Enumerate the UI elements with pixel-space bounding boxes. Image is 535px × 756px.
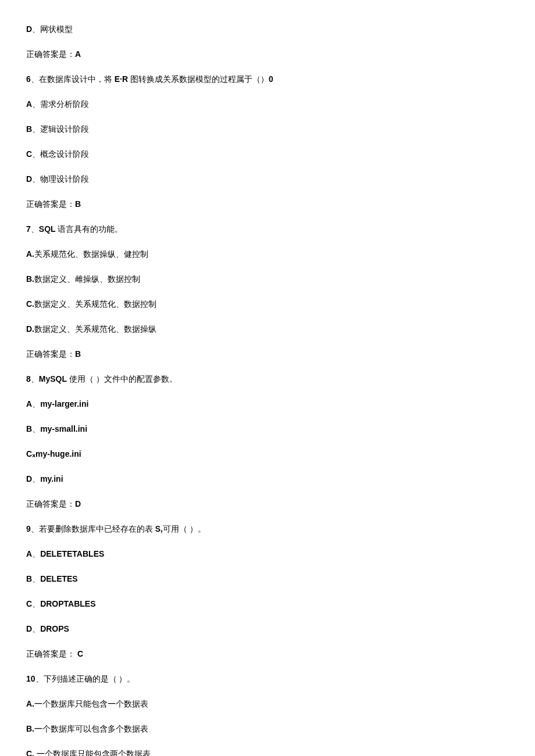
- text-segment: 、: [32, 599, 40, 608]
- text-segment: 6: [26, 74, 31, 84]
- text-segment: 0: [269, 74, 273, 84]
- text-segment: B.: [26, 724, 34, 733]
- text-segment: A: [26, 399, 32, 409]
- text-segment: C: [26, 599, 32, 608]
- text-segment: 、: [31, 224, 39, 234]
- text-line: D、物理设计阶段: [26, 173, 509, 185]
- text-segment: 、: [31, 374, 39, 384]
- text-line: A、需求分析阶段: [26, 98, 509, 110]
- text-line: C. 一个数据库只能包含两个数据表: [26, 748, 509, 756]
- text-segment: D: [26, 474, 32, 483]
- text-segment: 、: [32, 399, 40, 409]
- text-line: A.一个数据库只能包含一个数据表: [26, 698, 509, 710]
- text-segment: 、下列描述正确的是（ ）。: [35, 674, 135, 683]
- text-line: 7、SQL 语言具有的功能。: [26, 223, 509, 235]
- text-line: C.数据定义、关系规范化、数据控制: [26, 298, 509, 310]
- text-line: 正确答案是：B: [26, 198, 509, 210]
- text-segment: 7: [26, 224, 31, 234]
- text-segment: my-small.ini: [40, 424, 87, 433]
- text-segment: 一个数据库只能包含一个数据表: [34, 699, 148, 708]
- text-segment: 、概念设计阶段: [32, 149, 89, 159]
- text-segment: 8: [26, 374, 31, 384]
- text-line: D、网状模型: [26, 23, 509, 35]
- text-segment: my-larger.ini: [40, 399, 88, 409]
- text-segment: 关系规范化、数据操纵、健控制: [34, 249, 148, 259]
- text-line: 10、下列描述正确的是（ ）。: [26, 673, 509, 685]
- text-line: C、DROPTABLES: [26, 598, 509, 610]
- text-segment: C: [26, 149, 32, 159]
- text-segment: A.: [26, 249, 34, 259]
- text-segment: 、: [32, 474, 40, 483]
- text-segment: 正确答案是：: [26, 349, 75, 359]
- text-segment: A: [26, 549, 32, 558]
- text-segment: B: [26, 124, 32, 134]
- text-segment: 正确答案是：: [26, 649, 77, 658]
- document-body: D、网状模型正确答案是：A6、在数据库设计中，将 E·R 图转换成关系数据模型的…: [26, 23, 509, 756]
- text-segment: DROPS: [40, 624, 69, 633]
- text-segment: D: [26, 174, 32, 184]
- text-line: 正确答案是： C: [26, 648, 509, 660]
- text-segment: B: [26, 574, 32, 583]
- text-segment: 、: [32, 624, 40, 633]
- text-line: A、DELETETABLES: [26, 548, 509, 560]
- text-segment: 、: [32, 549, 40, 558]
- text-line: D.数据定义、关系规范化、数据操纵: [26, 323, 509, 335]
- text-segment: MySQL: [39, 374, 67, 384]
- text-segment: 一个数据库只能包含两个数据表: [34, 749, 151, 756]
- text-segment: A: [26, 99, 32, 109]
- text-segment: 、物理设计阶段: [32, 174, 89, 184]
- text-segment: B: [26, 424, 32, 433]
- text-segment: 正确答案是：: [26, 199, 75, 209]
- text-segment: 图转换成关系数据模型的过程属于（）: [128, 74, 269, 84]
- text-segment: 正确答案是：: [26, 499, 75, 508]
- text-segment: 、: [32, 574, 40, 583]
- text-segment: 一个数据库可以包含多个数据表: [34, 724, 148, 733]
- text-segment: D: [75, 499, 81, 508]
- text-segment: 、在数据库设计中，将: [31, 74, 115, 84]
- text-line: 正确答案是：D: [26, 498, 509, 510]
- text-segment: D.: [26, 324, 34, 334]
- text-segment: 数据定义、雌操纵、数据控制: [34, 274, 140, 284]
- text-line: B、逻辑设计阶段: [26, 123, 509, 135]
- text-line: 9、若要删除数据库中已经存在的表 S,可用（ ）。: [26, 523, 509, 535]
- text-segment: S,: [155, 524, 163, 533]
- text-line: A、my-larger.ini: [26, 398, 509, 410]
- text-line: Cₓmy-huge.ini: [26, 448, 509, 460]
- text-segment: DELETETABLES: [40, 549, 104, 558]
- text-segment: 、若要删除数据库中已经存在的表: [31, 524, 155, 533]
- text-segment: 、: [32, 424, 40, 433]
- text-segment: 使用（ ）文件中的配置参数。: [67, 374, 177, 384]
- text-segment: my.ini: [40, 474, 63, 483]
- text-segment: 10: [26, 674, 35, 683]
- text-segment: 9: [26, 524, 31, 533]
- text-line: D、my.ini: [26, 473, 509, 485]
- text-segment: B.: [26, 274, 34, 284]
- text-segment: DELETES: [40, 574, 78, 583]
- text-line: B.一个数据库可以包含多个数据表: [26, 723, 509, 735]
- text-line: 6、在数据库设计中，将 E·R 图转换成关系数据模型的过程属于（）0: [26, 73, 509, 85]
- text-segment: 、网状模型: [32, 24, 73, 34]
- text-segment: 可用（ ）。: [163, 524, 206, 533]
- text-segment: E·R: [115, 74, 128, 84]
- text-segment: Cₓmy-huge.ini: [26, 449, 81, 458]
- text-line: 正确答案是：A: [26, 48, 509, 60]
- text-segment: SQL: [39, 224, 56, 234]
- text-line: A.关系规范化、数据操纵、健控制: [26, 248, 509, 260]
- text-segment: 数据定义、关系规范化、数据操纵: [34, 324, 156, 334]
- text-segment: 数据定义、关系规范化、数据控制: [34, 299, 156, 309]
- text-line: C、概念设计阶段: [26, 148, 509, 160]
- text-line: B、my-small.ini: [26, 423, 509, 435]
- text-line: 正确答案是：B: [26, 348, 509, 360]
- text-segment: 语言具有的功能。: [56, 224, 123, 234]
- text-line: 8、MySQL 使用（ ）文件中的配置参数。: [26, 373, 509, 385]
- text-line: D、DROPS: [26, 623, 509, 635]
- text-segment: 正确答案是：: [26, 49, 75, 59]
- text-segment: DROPTABLES: [40, 599, 95, 608]
- text-segment: 、需求分析阶段: [32, 99, 89, 109]
- text-segment: C.: [26, 299, 34, 309]
- text-line: B、DELETES: [26, 573, 509, 585]
- text-segment: A: [75, 49, 81, 59]
- text-segment: A.: [26, 699, 34, 708]
- text-segment: B: [75, 349, 81, 359]
- text-segment: 、逻辑设计阶段: [32, 124, 89, 134]
